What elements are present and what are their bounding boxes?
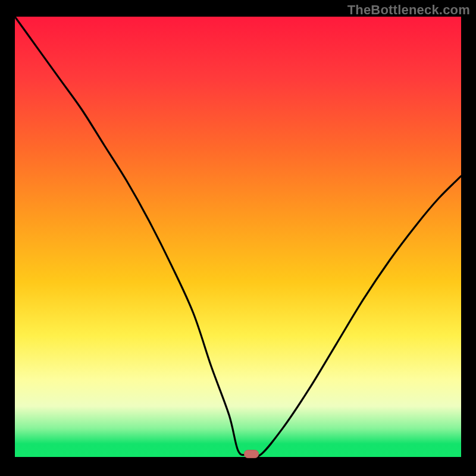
watermark-text: TheBottleneck.com	[347, 2, 470, 18]
minimum-marker	[245, 450, 259, 458]
plot-area	[15, 17, 461, 459]
bottleneck-curve-svg	[15, 17, 461, 459]
chart-frame: TheBottleneck.com	[0, 0, 476, 476]
bottleneck-curve	[15, 17, 461, 457]
